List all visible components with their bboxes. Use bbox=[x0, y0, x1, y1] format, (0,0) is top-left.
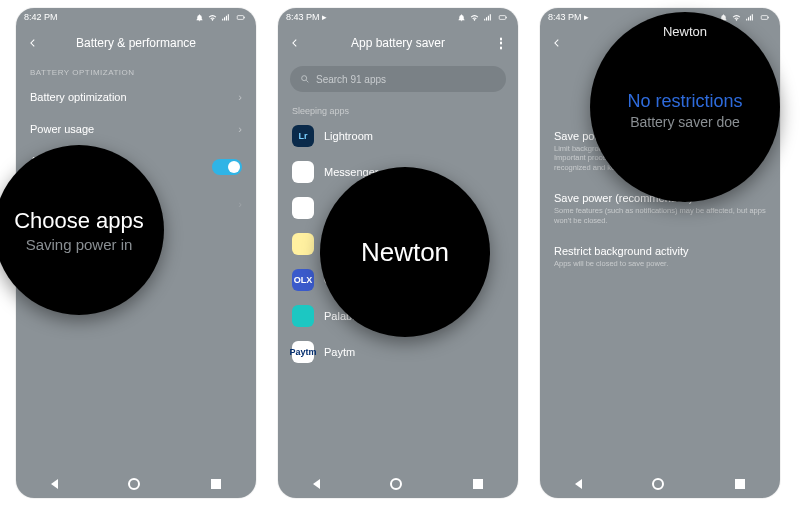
status-icons bbox=[719, 13, 772, 22]
nav-back-icon[interactable] bbox=[313, 479, 320, 489]
app-icon bbox=[292, 161, 314, 183]
app-row[interactable]: PaytmPaytm bbox=[278, 334, 518, 370]
magnifier-newton: Newton bbox=[320, 167, 490, 337]
svg-point-4 bbox=[302, 76, 307, 81]
signal-icon bbox=[221, 13, 230, 22]
lens-main: No restrictions bbox=[627, 91, 742, 112]
nav-bar bbox=[16, 470, 256, 498]
back-icon[interactable] bbox=[288, 36, 302, 50]
back-icon[interactable] bbox=[550, 36, 564, 50]
svg-rect-6 bbox=[768, 16, 769, 18]
chevron-right-icon: › bbox=[238, 198, 242, 210]
status-icons bbox=[195, 13, 248, 22]
app-row[interactable]: LrLightroom bbox=[278, 118, 518, 154]
nav-home-icon[interactable] bbox=[128, 478, 140, 490]
nav-home-icon[interactable] bbox=[390, 478, 402, 490]
nav-bar bbox=[540, 470, 780, 498]
more-icon[interactable]: ⋮ bbox=[494, 35, 508, 51]
lens-title: Newton bbox=[361, 237, 449, 268]
wifi-icon bbox=[208, 13, 217, 22]
battery-icon bbox=[758, 13, 772, 22]
app-name: Lightroom bbox=[324, 130, 373, 142]
status-icons bbox=[457, 13, 510, 22]
option-subtitle: Apps will be closed to save power. bbox=[554, 259, 766, 268]
screen-header: App battery saver ⋮ bbox=[278, 26, 518, 60]
status-bar: 8:43 PM ▸ bbox=[278, 8, 518, 26]
svg-rect-5 bbox=[761, 15, 767, 19]
app-icon: Paytm bbox=[292, 341, 314, 363]
lens-title: Choose apps bbox=[14, 208, 144, 234]
nav-recents-icon[interactable] bbox=[735, 479, 745, 489]
battery-icon bbox=[234, 13, 248, 22]
magnifier-choose-apps: Choose apps Saving power in bbox=[0, 145, 164, 315]
page-title: App battery saver bbox=[302, 36, 494, 50]
battery-icon bbox=[496, 13, 510, 22]
status-time: 8:43 PM ▸ bbox=[548, 12, 589, 22]
back-icon[interactable] bbox=[26, 36, 40, 50]
status-time: 8:42 PM bbox=[24, 12, 58, 22]
signal-icon bbox=[483, 13, 492, 22]
status-bar: 8:42 PM bbox=[16, 8, 256, 26]
search-placeholder: Search 91 apps bbox=[316, 74, 386, 85]
search-input[interactable]: Search 91 apps bbox=[290, 66, 506, 92]
app-icon: OLX bbox=[292, 269, 314, 291]
nav-recents-icon[interactable] bbox=[473, 479, 483, 489]
svg-rect-3 bbox=[506, 16, 507, 18]
app-icon bbox=[292, 233, 314, 255]
signal-icon bbox=[745, 13, 754, 22]
nav-back-icon[interactable] bbox=[575, 479, 582, 489]
nav-recents-icon[interactable] bbox=[211, 479, 221, 489]
svg-rect-1 bbox=[244, 16, 245, 18]
row-battery-optimization[interactable]: Battery optimization › bbox=[16, 81, 256, 113]
nav-home-icon[interactable] bbox=[652, 478, 664, 490]
screen-header: Battery & performance bbox=[16, 26, 256, 60]
chevron-right-icon: › bbox=[238, 123, 242, 135]
magnifier-no-restrictions: Newton No restrictions Battery saver doe bbox=[590, 12, 780, 202]
section-label: BATTERY OPTIMIZATION bbox=[16, 60, 256, 81]
search-icon bbox=[300, 74, 310, 84]
notification-off-icon bbox=[195, 13, 204, 22]
list-section-label: Sleeping apps bbox=[278, 96, 518, 118]
chevron-right-icon: › bbox=[238, 91, 242, 103]
app-icon bbox=[292, 305, 314, 327]
status-time: 8:43 PM ▸ bbox=[286, 12, 327, 22]
lens-header: Newton bbox=[663, 24, 707, 39]
wifi-icon bbox=[470, 13, 479, 22]
app-icon: Lr bbox=[292, 125, 314, 147]
lens-subtitle: Battery saver doe bbox=[630, 114, 740, 130]
app-icon bbox=[292, 197, 314, 219]
nav-bar bbox=[278, 470, 518, 498]
row-label: Battery optimization bbox=[30, 91, 127, 103]
svg-rect-0 bbox=[237, 15, 243, 19]
page-title: Battery & performance bbox=[40, 36, 232, 50]
wifi-icon bbox=[732, 13, 741, 22]
option-restrict-background[interactable]: Restrict background activity Apps will b… bbox=[540, 235, 780, 278]
option-title: Restrict background activity bbox=[554, 245, 766, 257]
option-subtitle: Some features (such as notifications) ma… bbox=[554, 206, 766, 225]
nav-back-icon[interactable] bbox=[51, 479, 58, 489]
row-power-usage[interactable]: Power usage › bbox=[16, 113, 256, 145]
lens-subtitle: Saving power in bbox=[26, 236, 133, 253]
notification-off-icon bbox=[457, 13, 466, 22]
svg-rect-2 bbox=[499, 15, 505, 19]
app-name: Paytm bbox=[324, 346, 355, 358]
row-label: Power usage bbox=[30, 123, 94, 135]
toggle-auto-battery[interactable] bbox=[212, 159, 242, 175]
